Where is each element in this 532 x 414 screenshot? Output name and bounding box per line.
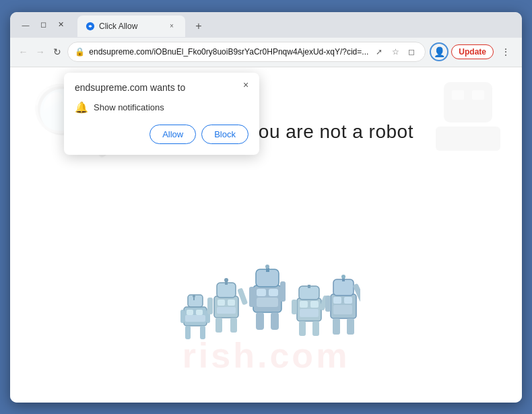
tab-favicon: [86, 22, 95, 31]
popup-permission-text: Show notifications: [94, 102, 164, 112]
svg-point-22: [224, 278, 228, 282]
toolbar: ← → ↻ 🔒 endsupreme.com/iOBnuEl_Fko0ry8uo…: [10, 38, 522, 67]
svg-rect-19: [217, 307, 236, 314]
reload-button[interactable]: ↻: [51, 42, 63, 61]
svg-rect-7: [196, 310, 203, 315]
svg-rect-28: [257, 289, 266, 296]
svg-rect-50: [344, 297, 352, 304]
svg-rect-3: [472, 90, 484, 100]
robots-illustration: [172, 254, 360, 362]
minimize-button[interactable]: —: [17, 16, 34, 34]
share-icon[interactable]: ➚: [372, 45, 386, 59]
block-button[interactable]: Block: [201, 125, 248, 144]
address-bar[interactable]: 🔒 endsupreme.com/iOBnuEl_Fko0ry8uoiB9srY…: [67, 42, 426, 62]
page-content: 🔍 rish.com Click "Allow" if you are not …: [10, 67, 522, 403]
active-tab[interactable]: Click Allow ×: [77, 15, 185, 37]
svg-rect-25: [215, 318, 222, 333]
robots-svg: [172, 254, 360, 362]
new-tab-button[interactable]: +: [189, 17, 208, 36]
svg-rect-20: [217, 283, 236, 298]
browser-window: — ◻ ✕ Click Allow × + ← → ↻ 🔒 endsupreme…: [10, 12, 522, 403]
svg-rect-51: [333, 305, 352, 314]
svg-point-33: [265, 265, 269, 269]
svg-point-11: [193, 295, 195, 298]
svg-rect-34: [249, 287, 255, 307]
popup-close-button[interactable]: ×: [239, 78, 253, 92]
svg-rect-44: [292, 300, 297, 314]
maximize-button[interactable]: ◻: [34, 16, 52, 34]
svg-rect-18: [228, 300, 235, 306]
svg-rect-35: [280, 281, 286, 302]
svg-rect-29: [269, 289, 278, 296]
svg-rect-14: [185, 326, 191, 339]
allow-button[interactable]: Allow: [149, 125, 196, 144]
svg-rect-10: [193, 298, 195, 300]
lock-icon: 🔒: [75, 47, 85, 57]
popup-title: endsupreme.com wants to: [75, 82, 248, 93]
update-button[interactable]: Update: [451, 44, 494, 59]
notification-popup: × endsupreme.com wants to 🔔 Show notific…: [64, 73, 259, 155]
favorites-icon[interactable]: ☆: [389, 45, 402, 59]
forward-button[interactable]: →: [34, 42, 46, 61]
svg-rect-26: [230, 318, 237, 333]
svg-rect-55: [325, 296, 331, 312]
svg-rect-30: [257, 298, 278, 307]
address-icons: ➚ ☆ ◻: [372, 45, 418, 59]
tab-close-button[interactable]: ×: [166, 21, 177, 32]
window-controls: — ◻ ✕: [17, 16, 69, 34]
back-button[interactable]: ←: [17, 42, 30, 61]
svg-rect-43: [308, 285, 310, 288]
bell-icon: 🔔: [75, 101, 88, 114]
popup-permission-row: 🔔 Show notifications: [75, 101, 248, 114]
svg-rect-57: [333, 318, 340, 335]
profile-button[interactable]: 👤: [430, 42, 448, 61]
svg-rect-9: [188, 295, 203, 307]
svg-rect-23: [207, 298, 213, 314]
svg-rect-37: [271, 312, 279, 330]
svg-rect-1: [444, 82, 492, 123]
tab-title: Click Allow: [99, 22, 137, 31]
svg-rect-47: [312, 321, 319, 336]
svg-rect-17: [218, 300, 225, 306]
svg-rect-52: [333, 279, 354, 296]
url-text: endsupreme.com/iOBnuEl_Fko0ry8uoiB9srYaC…: [89, 47, 368, 57]
svg-rect-8: [185, 315, 205, 322]
popup-buttons: Allow Block: [75, 125, 248, 144]
svg-point-54: [341, 275, 345, 279]
svg-rect-46: [299, 321, 306, 336]
menu-button[interactable]: ⋮: [496, 42, 515, 61]
svg-rect-49: [333, 297, 341, 304]
svg-rect-2: [452, 90, 464, 100]
svg-rect-15: [200, 326, 205, 339]
title-bar: — ◻ ✕ Click Allow × +: [10, 12, 522, 38]
watermark-robot-icon: [428, 74, 508, 155]
toolbar-right: 👤 Update ⋮: [430, 42, 515, 61]
svg-rect-40: [310, 301, 319, 308]
svg-rect-39: [300, 301, 308, 308]
svg-rect-12: [180, 310, 185, 323]
collections-icon[interactable]: ◻: [405, 45, 418, 59]
svg-rect-58: [347, 318, 354, 335]
svg-rect-41: [300, 309, 319, 317]
svg-rect-36: [256, 312, 264, 330]
svg-rect-6: [187, 310, 193, 315]
close-button[interactable]: ✕: [52, 16, 69, 34]
